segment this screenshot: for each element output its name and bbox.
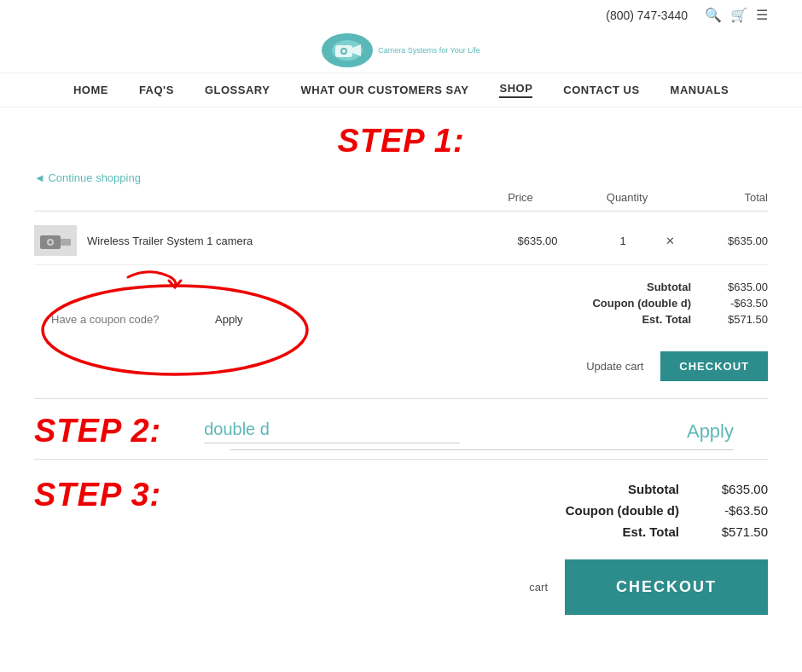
step3-label: STEP 3: xyxy=(34,477,161,513)
checkout-button-top[interactable]: CHECKOUT xyxy=(660,351,768,381)
coupon-input-row: Apply xyxy=(34,304,324,334)
subtotal-label: Subtotal xyxy=(647,281,691,293)
step3-coupon-line: Coupon (double d) -$63.50 xyxy=(178,503,768,518)
step3-subtotal-line: Subtotal $635.00 xyxy=(178,482,768,496)
logo-tagline: Camera Systems for Your Life xyxy=(378,46,480,55)
nav-faqs[interactable]: FAQ'S xyxy=(139,84,174,96)
summary-total-line: Est. Total $571.50 xyxy=(592,313,768,326)
col-price-header: Price xyxy=(469,191,572,204)
step1-label: STEP 1: xyxy=(0,107,802,168)
remove-item-button[interactable]: ✕ xyxy=(657,235,683,247)
subtotal-value: $635.00 xyxy=(708,281,768,293)
step3-subtotal-value: $635.00 xyxy=(700,482,768,496)
step3-summary-container: STEP 3: Subtotal $635.00 Coupon (double … xyxy=(34,477,768,546)
cart-item-quantity: 1 xyxy=(589,235,657,247)
step2-label: STEP 2: xyxy=(34,413,161,449)
svg-point-8 xyxy=(49,240,52,244)
header-top: (800) 747-3440 🔍 🛒 ☰ xyxy=(0,0,802,30)
continue-shopping[interactable]: Continue shopping xyxy=(0,168,802,191)
step2-apply-button[interactable]: Apply xyxy=(687,420,768,443)
cart-item-price: $635.00 xyxy=(486,235,589,247)
step3-summary: Subtotal $635.00 Coupon (double d) -$63.… xyxy=(178,477,768,546)
cart-section: Price Quantity Total Wireless Trailer Sy… xyxy=(0,191,802,398)
step3-actions: cart CHECKOUT xyxy=(0,546,802,640)
coupon-apply-button-top[interactable]: Apply xyxy=(215,313,243,326)
cart-header: Price Quantity Total xyxy=(34,191,768,211)
est-total-value: $571.50 xyxy=(708,313,768,326)
coupon-summary-row: Apply Subtotal $635.00 Coupon (double d)… xyxy=(34,265,768,343)
phone-number: (800) 747-3440 xyxy=(606,9,688,22)
summary-coupon-line: Coupon (double d) -$63.50 xyxy=(592,297,768,310)
nav-home[interactable]: HOME xyxy=(73,84,108,96)
summary-subtotal-line: Subtotal $635.00 xyxy=(592,281,768,293)
nav-manuals[interactable]: MANUALS xyxy=(671,84,729,96)
svg-point-4 xyxy=(342,49,346,53)
cart-item-image xyxy=(34,225,77,256)
step2-section: STEP 2: Apply xyxy=(0,399,802,450)
step3-est-total-value: $571.50 xyxy=(700,524,768,539)
nav-contact[interactable]: CONTACT US xyxy=(563,84,639,96)
logo-circle xyxy=(322,33,373,67)
nav-bar: HOME FAQ'S GLOSSARY WHAT OUR CUSTOMERS S… xyxy=(0,72,802,107)
step3-subtotal-label: Subtotal xyxy=(628,482,679,496)
nav-customers[interactable]: WHAT OUR CUSTOMERS SAY xyxy=(300,84,468,96)
step3-coupon-value: -$63.50 xyxy=(700,503,768,518)
checkout-button-big[interactable]: CHECKOUT xyxy=(565,559,768,615)
col-quantity-header: Quantity xyxy=(572,191,683,204)
update-cart-button-2[interactable]: cart xyxy=(529,581,548,594)
cart-icon[interactable]: 🛒 xyxy=(730,7,747,23)
coupon-value: -$63.50 xyxy=(708,297,768,310)
est-total-label: Est. Total xyxy=(642,313,691,326)
step3-est-total-label: Est. Total xyxy=(623,524,679,539)
cart-row: Wireless Trailer System 1 camera $635.00… xyxy=(34,217,768,265)
coupon-label: Coupon (double d) xyxy=(592,297,691,310)
coupon-area: Apply xyxy=(34,281,324,334)
nav-shop[interactable]: SHOP xyxy=(499,82,532,98)
search-icon[interactable]: 🔍 xyxy=(705,7,722,23)
svg-rect-6 xyxy=(61,239,71,246)
coupon-code-input[interactable] xyxy=(51,313,205,326)
step3-coupon-label: Coupon (double d) xyxy=(566,503,679,518)
cart-summary: Subtotal $635.00 Coupon (double d) -$63.… xyxy=(592,281,768,329)
update-cart-button[interactable]: Update cart xyxy=(586,360,643,373)
nav-glossary[interactable]: GLOSSARY xyxy=(205,84,270,96)
step2-coupon-input[interactable] xyxy=(204,420,460,443)
logo-area: Camera Systems for Your Life xyxy=(0,30,802,72)
cart-actions-row: Update cart CHECKOUT xyxy=(34,343,768,398)
col-total-header: Total xyxy=(683,191,768,204)
cart-item-name: Wireless Trailer System 1 camera xyxy=(87,235,486,247)
menu-icon[interactable]: ☰ xyxy=(756,7,768,23)
step3-total-line: Est. Total $571.50 xyxy=(178,524,768,539)
step3-section: STEP 3: Subtotal $635.00 Coupon (double … xyxy=(0,460,802,546)
cart-item-total: $635.00 xyxy=(683,235,768,247)
